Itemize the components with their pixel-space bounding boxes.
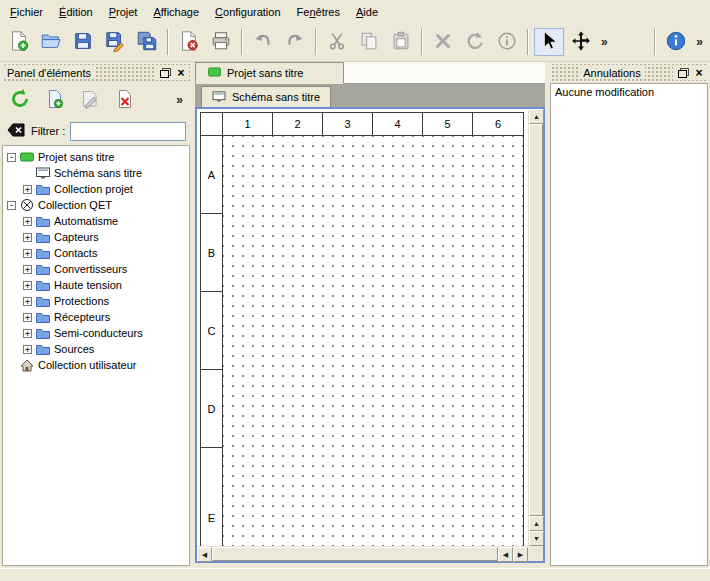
horizontal-scrollbar[interactable]: ◀ ◀ ▶ xyxy=(197,546,528,561)
horizontal-scroll-thumb[interactable] xyxy=(212,547,498,561)
diagram-canvas[interactable]: 1 2 3 4 5 6 A B C D xyxy=(197,109,528,546)
scroll-up-button[interactable]: ▲ xyxy=(529,516,544,531)
reload-collections-button[interactable] xyxy=(6,86,34,114)
vertical-scroll-thumb[interactable] xyxy=(529,124,543,516)
tree-item-collection-qet[interactable]: - Collection QET xyxy=(3,197,189,213)
project-icon xyxy=(208,67,221,79)
tab-projet-sans-titre[interactable]: Projet sans titre xyxy=(195,62,344,84)
scroll-up-button[interactable]: ▲ xyxy=(529,109,544,124)
dock-close-button[interactable]: × xyxy=(691,66,707,80)
menu-configuration[interactable]: Configuration xyxy=(207,3,288,21)
tree-item-capteurs[interactable]: + Capteurs xyxy=(3,229,189,245)
elements-panel-toolbar: » xyxy=(0,82,192,118)
expander-icon[interactable]: + xyxy=(23,281,32,290)
tree-item-schema[interactable]: Schéma sans titre xyxy=(3,165,189,181)
delete-x-icon xyxy=(432,30,454,55)
tree-item-automatisme[interactable]: + Automatisme xyxy=(3,213,189,229)
clear-filter-button[interactable] xyxy=(6,122,26,140)
expander-icon[interactable]: + xyxy=(23,249,32,258)
expander-icon[interactable]: - xyxy=(7,153,16,162)
tab-schema-sans-titre[interactable]: Schéma sans titre xyxy=(201,86,331,107)
menu-projet[interactable]: Projet xyxy=(101,3,146,21)
menu-affichage[interactable]: Affichage xyxy=(145,3,207,21)
clear-filter-icon xyxy=(7,122,25,141)
edit-element-button[interactable] xyxy=(76,86,104,114)
scroll-left-button[interactable]: ◀ xyxy=(197,547,212,562)
toolbar-overflow-chevron[interactable]: » xyxy=(693,35,706,49)
copy-button[interactable] xyxy=(354,28,384,56)
pan-mode-button[interactable] xyxy=(566,28,596,56)
application-window: Fichier Édition Projet Affichage Configu… xyxy=(0,0,710,581)
expander-icon[interactable]: + xyxy=(23,345,32,354)
tree-item-sources[interactable]: + Sources xyxy=(3,341,189,357)
expander-icon[interactable]: + xyxy=(23,329,32,338)
about-qet-button[interactable] xyxy=(661,28,691,56)
menu-fenetres[interactable]: Fenêtres xyxy=(289,3,348,21)
menu-fichier[interactable]: Fichier xyxy=(2,3,51,21)
select-mode-button[interactable] xyxy=(534,28,564,56)
save-file-button[interactable] xyxy=(68,28,98,56)
undo-history-list: Aucune modification xyxy=(550,83,708,566)
folder-icon xyxy=(36,327,50,339)
tree-item-protections[interactable]: + Protections xyxy=(3,293,189,309)
dock-float-button[interactable] xyxy=(675,66,691,80)
new-file-button[interactable] xyxy=(4,28,34,56)
tree-item-project[interactable]: - Projet sans titre xyxy=(3,149,189,165)
undo-dock-title: Annulations xyxy=(579,67,645,79)
row-header: B xyxy=(201,214,223,292)
redo-button[interactable] xyxy=(280,28,310,56)
tree-item-collection-projet[interactable]: + Collection projet xyxy=(3,181,189,197)
save-all-button[interactable] xyxy=(132,28,162,56)
undo-button[interactable] xyxy=(248,28,278,56)
expander-icon[interactable]: + xyxy=(23,297,32,306)
undo-list-item[interactable]: Aucune modification xyxy=(551,84,707,100)
delete-button[interactable] xyxy=(428,28,458,56)
expander-icon[interactable]: + xyxy=(23,217,32,226)
expander-icon[interactable]: + xyxy=(23,233,32,242)
dot-grid[interactable] xyxy=(223,136,523,546)
print-button[interactable] xyxy=(206,28,236,56)
menu-aide[interactable]: Aide xyxy=(348,3,386,21)
tree-item-label: Contacts xyxy=(54,247,97,259)
rotate-button[interactable] xyxy=(460,28,490,56)
toolbar-overflow-chevron[interactable]: » xyxy=(598,35,611,49)
column-header: 6 xyxy=(473,113,523,135)
save-file-as-button[interactable] xyxy=(100,28,130,56)
tree-item-semi-conducteurs[interactable]: + Semi-conducteurs xyxy=(3,325,189,341)
main-area: Panel d'éléments × » Filtrer : xyxy=(0,62,710,568)
tree-item-haute-tension[interactable]: + Haute tension xyxy=(3,277,189,293)
tree-item-recepteurs[interactable]: + Récepteurs xyxy=(3,309,189,325)
expander-icon[interactable]: - xyxy=(7,201,16,210)
folder-icon xyxy=(36,263,50,275)
filter-input[interactable] xyxy=(70,122,186,141)
open-file-button[interactable] xyxy=(36,28,66,56)
dock-close-button[interactable]: × xyxy=(173,66,189,80)
tree-item-collection-utilisateur[interactable]: Collection utilisateur xyxy=(3,357,189,373)
panel-overflow-chevron[interactable]: » xyxy=(173,93,186,107)
tree-item-convertisseurs[interactable]: + Convertisseurs xyxy=(3,261,189,277)
project-tabbar: Projet sans titre xyxy=(195,62,545,84)
tree-item-label: Projet sans titre xyxy=(38,151,114,163)
expander-icon[interactable]: + xyxy=(23,313,32,322)
vertical-scrollbar[interactable]: ▲ ▲ ▼ xyxy=(528,109,543,546)
elements-panel-titlebar[interactable]: Panel d'éléments × xyxy=(2,64,190,81)
new-element-button[interactable] xyxy=(41,86,69,114)
undo-dock-titlebar[interactable]: Annulations × xyxy=(550,64,708,81)
expander-icon[interactable]: + xyxy=(23,185,32,194)
dock-float-button[interactable] xyxy=(157,66,173,80)
diagram-info-button[interactable] xyxy=(492,28,522,56)
delete-element-button[interactable] xyxy=(111,86,139,114)
paste-icon xyxy=(390,30,412,55)
cut-button[interactable] xyxy=(322,28,352,56)
tree-item-contacts[interactable]: + Contacts xyxy=(3,245,189,261)
scroll-down-button[interactable]: ▼ xyxy=(529,531,544,546)
paste-button[interactable] xyxy=(386,28,416,56)
new-file-icon xyxy=(8,30,30,55)
expander-icon[interactable]: + xyxy=(23,265,32,274)
scroll-left-button[interactable]: ◀ xyxy=(498,547,513,562)
info-blue-icon xyxy=(665,30,687,55)
menu-edition[interactable]: Édition xyxy=(51,3,101,21)
close-file-button[interactable] xyxy=(174,28,204,56)
scroll-right-button[interactable]: ▶ xyxy=(513,547,528,562)
column-header: 1 xyxy=(223,113,273,135)
